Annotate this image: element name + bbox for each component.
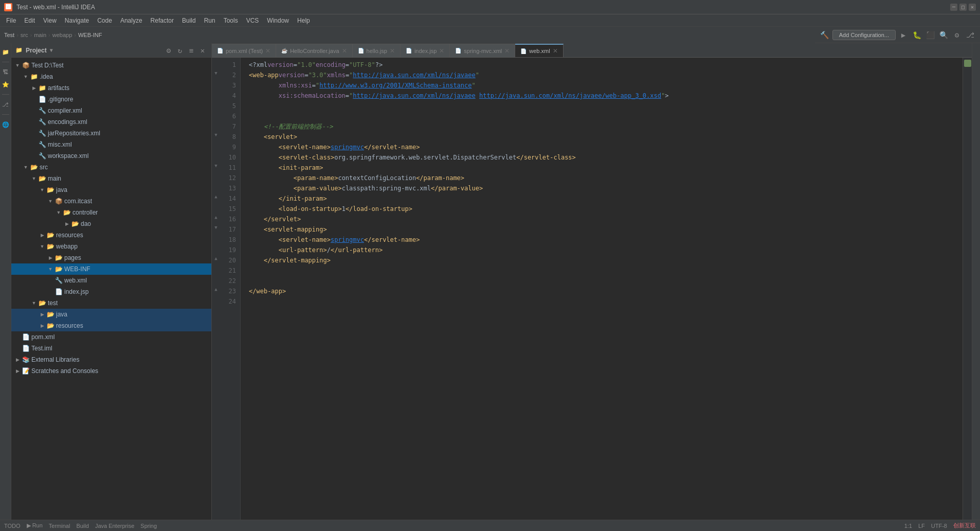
- expand-toggle[interactable]: ▼: [38, 186, 46, 194]
- close-icon[interactable]: ✕: [198, 46, 207, 55]
- tree-item-encodings-xml[interactable]: 🔧 encodings.xml: [11, 116, 211, 128]
- breadcrumb-test[interactable]: Test: [4, 32, 14, 38]
- tree-item-test-java[interactable]: ▶ 📂 java: [11, 309, 211, 320]
- expand-toggle[interactable]: ▶: [38, 322, 46, 330]
- stop-button[interactable]: ⬛: [924, 29, 936, 41]
- panel-chevron[interactable]: ▼: [50, 47, 53, 53]
- tree-item-src[interactable]: ▼ 📂 src: [11, 162, 211, 173]
- panel-title[interactable]: Project: [26, 47, 47, 54]
- tree-item-pom-xml[interactable]: 📄 pom.xml: [11, 331, 211, 343]
- breadcrumb-webapp[interactable]: webapp: [52, 32, 72, 38]
- settings-icon[interactable]: ⚙: [164, 46, 173, 55]
- status-run[interactable]: ▶ Run: [27, 522, 43, 529]
- tree-item-java[interactable]: ▼ 📂 java: [11, 184, 211, 196]
- expand-toggle[interactable]: ▼: [38, 242, 46, 251]
- debug-button[interactable]: 🐛: [911, 29, 922, 41]
- tree-item-webxml[interactable]: 🔧 web.xml: [11, 275, 211, 286]
- fold-5[interactable]: [212, 99, 220, 109]
- favorites-icon[interactable]: ⭐: [1, 80, 10, 89]
- tree-item-ext-libs[interactable]: ▶ 📚 External Libraries: [11, 354, 211, 365]
- expand-toggle[interactable]: ▶: [13, 356, 22, 364]
- menu-navigate[interactable]: Navigate: [61, 16, 93, 25]
- tab-hello-controller[interactable]: ☕ HelloController.java ✕: [276, 44, 352, 57]
- fold-23[interactable]: ▲: [212, 284, 220, 294]
- tree-item-resources[interactable]: ▶ 📂 resources: [11, 229, 211, 241]
- expand-toggle[interactable]: ▼: [30, 174, 38, 183]
- expand-toggle[interactable]: ▼: [46, 197, 55, 205]
- tab-close-index[interactable]: ✕: [439, 48, 444, 54]
- status-terminal[interactable]: Terminal: [49, 523, 70, 529]
- tree-item-index-jsp-webinf[interactable]: 📄 index.jsp: [11, 286, 211, 297]
- git-button[interactable]: ⎇: [965, 29, 976, 41]
- breadcrumb-src[interactable]: src: [21, 32, 28, 38]
- tree-item-misc-xml[interactable]: 🔧 misc.xml: [11, 139, 211, 150]
- tab-close-hello-jsp[interactable]: ✕: [390, 48, 395, 54]
- menu-view[interactable]: View: [39, 16, 61, 25]
- menu-analyze[interactable]: Analyze: [116, 16, 147, 25]
- fold-15[interactable]: [212, 202, 220, 212]
- expand-toggle[interactable]: ▼: [46, 265, 55, 273]
- status-encoding[interactable]: UTF-8: [931, 523, 947, 529]
- fold-20[interactable]: ▲: [212, 253, 220, 263]
- tree-item-scratches[interactable]: ▶ 📝 Scratches and Consoles: [11, 365, 211, 377]
- tree-item-webapp[interactable]: ▼ 📂 webapp: [11, 241, 211, 252]
- run-button[interactable]: ▶: [898, 29, 909, 41]
- close-button[interactable]: ✕: [969, 4, 976, 11]
- tree-item-compiler-xml[interactable]: 🔧 compiler.xml: [11, 105, 211, 116]
- tree-item-gitignore[interactable]: 📄 .gitignore: [11, 94, 211, 105]
- menu-tools[interactable]: Tools: [220, 16, 242, 25]
- fold-12[interactable]: [212, 171, 220, 181]
- fold-21[interactable]: [212, 263, 220, 274]
- fold-16[interactable]: ▲: [212, 212, 220, 222]
- menu-build[interactable]: Build: [178, 16, 200, 25]
- status-spring[interactable]: Spring: [140, 523, 157, 529]
- fold-3[interactable]: [212, 78, 220, 88]
- tree-item-dao[interactable]: ▶ 📂 dao: [11, 218, 211, 229]
- fold-4[interactable]: [212, 88, 220, 99]
- tab-pom-xml[interactable]: 📄 pom.xml (Test) ✕: [212, 44, 276, 57]
- status-position[interactable]: 1:1: [904, 523, 912, 529]
- add-configuration-button[interactable]: Add Configuration...: [832, 30, 896, 40]
- tree-item-main[interactable]: ▼ 📂 main: [11, 173, 211, 184]
- expand-toggle[interactable]: ▶: [63, 220, 71, 228]
- tab-close-spring[interactable]: ✕: [504, 48, 510, 54]
- tree-item-test-iml[interactable]: 📄 Test.iml: [11, 343, 211, 354]
- menu-refactor[interactable]: Refactor: [147, 16, 178, 25]
- structure-icon[interactable]: 🏗: [1, 67, 10, 77]
- tree-item-test[interactable]: ▼ 📦 Test D:\Test: [11, 60, 211, 71]
- tab-index-jsp[interactable]: 📄 index.jsp ✕: [401, 44, 450, 57]
- tree-item-com-itcast[interactable]: ▼ 📦 com.itcast: [11, 196, 211, 207]
- maximize-button[interactable]: □: [959, 4, 967, 11]
- tab-web-xml[interactable]: 📄 web.xml ✕: [515, 44, 563, 57]
- fold-9[interactable]: [212, 140, 220, 150]
- expand-toggle[interactable]: ▶: [38, 231, 46, 239]
- status-java-enterprise[interactable]: Java Enterprise: [95, 523, 134, 529]
- menu-vcs[interactable]: VCS: [242, 16, 263, 25]
- fold-14[interactable]: ▲: [212, 191, 220, 202]
- status-build[interactable]: Build: [76, 523, 88, 529]
- git-icon[interactable]: ⎇: [1, 100, 10, 109]
- expand-toggle[interactable]: ▼: [55, 208, 63, 217]
- sync-icon[interactable]: ↻: [175, 46, 185, 55]
- menu-code[interactable]: Code: [93, 16, 116, 25]
- tab-hello-jsp[interactable]: 📄 hello.jsp ✕: [353, 44, 401, 57]
- menu-window[interactable]: Window: [263, 16, 293, 25]
- status-lf[interactable]: LF: [918, 523, 925, 529]
- settings-button[interactable]: ⚙: [951, 29, 963, 41]
- menu-help[interactable]: Help: [293, 16, 314, 25]
- fold-10[interactable]: [212, 150, 220, 161]
- tree-item-workspace-xml[interactable]: 🔧 workspace.xml: [11, 150, 211, 162]
- tab-close-web[interactable]: ✕: [553, 48, 558, 54]
- fold-19[interactable]: [212, 243, 220, 253]
- tree-item-webinf[interactable]: ▼ 📂 WEB-INF: [11, 263, 211, 275]
- code-editor[interactable]: <?xml version="1.0" encoding="UTF-8"?> <…: [241, 58, 963, 520]
- fold-11[interactable]: ▼: [212, 161, 220, 171]
- menu-edit[interactable]: Edit: [20, 16, 39, 25]
- tab-close-hello[interactable]: ✕: [342, 48, 347, 54]
- expand-toggle[interactable]: ▶: [38, 310, 46, 318]
- collapse-icon[interactable]: ≡: [187, 46, 196, 55]
- fold-22[interactable]: [212, 274, 220, 284]
- expand-toggle[interactable]: ▼: [30, 299, 38, 307]
- fold-2[interactable]: ▼: [212, 68, 220, 78]
- breadcrumb-main[interactable]: main: [34, 32, 46, 38]
